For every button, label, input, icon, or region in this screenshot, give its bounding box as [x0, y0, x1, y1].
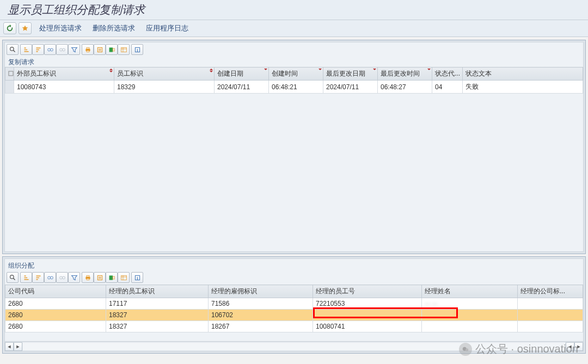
sort-asc-icon[interactable] — [20, 44, 32, 55]
col-mgr-company[interactable]: 经理的公司标... — [518, 285, 583, 298]
svg-point-1 — [10, 47, 14, 51]
row-selector-header[interactable] — [5, 67, 14, 81]
export-icon[interactable] — [94, 272, 106, 283]
svg-text:i: i — [137, 275, 138, 280]
info-icon[interactable]: i — [131, 44, 143, 55]
svg-point-5 — [59, 48, 62, 51]
refresh-button[interactable] — [3, 22, 16, 34]
filter-icon[interactable] — [68, 272, 80, 283]
cell-mgr-emp-no — [313, 310, 422, 321]
svg-point-21 — [47, 276, 50, 279]
col-last-time[interactable]: 最后更改时间 — [378, 67, 432, 81]
org-assignment-grid: 公司代码 经理的员工标识 经理的雇佣标识 经理的员工号 经理姓名 经理的公司标.… — [5, 285, 583, 341]
svg-rect-29 — [109, 275, 113, 280]
col-mgr-emp-id[interactable]: 经理的员工标识 — [106, 285, 209, 298]
svg-rect-30 — [113, 276, 114, 279]
scroll-left-end-icon[interactable]: ◄ — [566, 342, 574, 351]
svg-text:i: i — [137, 47, 138, 52]
col-status-code[interactable]: 状态代... — [432, 67, 463, 81]
copy-request-grid: 外部员工标识 员工标识 创建日期 创建时间 最后更改日期 最后更改时间 状态代.… — [5, 67, 583, 251]
svg-rect-12 — [113, 48, 114, 51]
filter-icon[interactable] — [68, 44, 80, 55]
cell-mgr-emp-id: 18327 — [106, 310, 209, 321]
lower-caption: 组织分配 — [5, 259, 583, 270]
layout-icon[interactable] — [118, 272, 130, 283]
table-row[interactable]: 2680 18327 18267 10080741 — [5, 321, 583, 332]
svg-point-24 — [62, 276, 65, 279]
cell-ext-emp-id: 10080743 — [14, 81, 114, 94]
cell-mgr-emp-id: 18327 — [106, 321, 209, 332]
svg-point-4 — [50, 48, 53, 51]
lower-header-row: 公司代码 经理的员工标识 经理的雇佣标识 经理的员工号 经理姓名 经理的公司标.… — [5, 285, 583, 298]
cell-mgr-hire-id: 71586 — [209, 298, 313, 310]
col-create-time[interactable]: 创建时间 — [269, 67, 323, 81]
print-icon[interactable] — [82, 272, 94, 283]
org-assignment-panel: 组织分配 i 公司代码 — [2, 256, 586, 354]
process-selected-menu[interactable]: 处理所选请求 — [34, 21, 87, 36]
cell-mgr-emp-no: 10080741 — [313, 321, 422, 332]
title-bar: 显示员工组织分配复制请求 — [0, 0, 588, 20]
table-row[interactable]: 2680 17117 71586 72210553 ··· ··· — [5, 298, 583, 310]
svg-rect-27 — [87, 279, 89, 280]
detail-icon[interactable] — [7, 272, 19, 283]
cell-mgr-name — [422, 310, 518, 321]
svg-rect-9 — [87, 51, 89, 52]
page-title: 显示员工组织分配复制请求 — [8, 2, 145, 17]
cell-company: 2680 — [5, 298, 106, 310]
delete-selected-menu[interactable]: 删除所选请求 — [87, 21, 140, 36]
col-status-text[interactable]: 状态文本 — [463, 67, 583, 81]
copy-request-panel: i 复制请求 外部员工标识 员工标识 创建日期 创建时间 最后更改日期 最后更改… — [2, 40, 586, 254]
scroll-track[interactable] — [23, 343, 565, 350]
col-mgr-emp-no[interactable]: 经理的员工号 — [313, 285, 422, 298]
excel-icon[interactable] — [106, 272, 118, 283]
export-icon[interactable] — [94, 44, 106, 55]
cell-mgr-company — [518, 321, 583, 332]
cell-company: 2680 — [5, 321, 106, 332]
table-row[interactable]: 2680 18327 106702 — [5, 310, 583, 321]
horizontal-scrollbar[interactable]: ◄ ► ◄ ► — [5, 341, 583, 351]
upper-toolbar: i — [5, 42, 583, 57]
col-emp-id[interactable]: 员工标识 — [114, 67, 215, 81]
cell-last-date: 2024/07/11 — [323, 81, 378, 94]
scroll-left-icon[interactable]: ◄ — [5, 342, 14, 351]
upper-caption: 复制请求 — [5, 57, 583, 67]
scroll-right-end-icon[interactable]: ► — [574, 342, 583, 351]
svg-point-23 — [59, 276, 62, 279]
find-icon[interactable] — [44, 44, 56, 55]
cell-last-time: 06:48:27 — [378, 81, 432, 94]
cell-emp-id: 18329 — [114, 81, 215, 94]
scroll-right-icon[interactable]: ► — [14, 342, 22, 351]
svg-rect-8 — [87, 47, 89, 48]
sort-desc-icon[interactable] — [32, 272, 44, 283]
svg-marker-0 — [22, 26, 28, 31]
detail-icon[interactable] — [7, 44, 19, 55]
svg-line-2 — [13, 50, 15, 52]
svg-rect-18 — [9, 71, 13, 76]
excel-icon[interactable] — [106, 44, 118, 55]
svg-point-19 — [10, 275, 14, 279]
col-mgr-name[interactable]: 经理姓名 — [422, 285, 518, 298]
col-mgr-hire-id[interactable]: 经理的雇佣标识 — [209, 285, 313, 298]
sort-asc-icon[interactable] — [20, 272, 32, 283]
find-next-icon[interactable] — [56, 44, 68, 55]
col-company[interactable]: 公司代码 — [5, 285, 106, 298]
info-icon[interactable]: i — [131, 272, 143, 283]
col-create-date[interactable]: 创建日期 — [215, 67, 269, 81]
sort-desc-icon[interactable] — [32, 44, 44, 55]
app-toolbar: 处理所选请求 删除所选请求 应用程序日志 — [0, 20, 588, 37]
row-selector[interactable] — [5, 81, 14, 94]
settings-button[interactable] — [19, 22, 32, 34]
col-ext-emp-id[interactable]: 外部员工标识 — [14, 67, 114, 81]
app-log-menu[interactable]: 应用程序日志 — [140, 21, 194, 36]
find-next-icon[interactable] — [56, 272, 68, 283]
cell-create-time: 06:48:21 — [269, 81, 323, 94]
table-row[interactable]: 10080743 18329 2024/07/11 06:48:21 2024/… — [5, 81, 583, 94]
cell-mgr-hire-id: 106702 — [209, 310, 313, 321]
print-icon[interactable] — [82, 44, 94, 55]
col-last-date[interactable]: 最后更改日期 — [323, 67, 378, 81]
cell-mgr-name: ··· ··· — [422, 298, 518, 310]
svg-point-22 — [50, 276, 53, 279]
find-icon[interactable] — [44, 272, 56, 283]
cell-company: 2680 — [5, 310, 106, 321]
layout-icon[interactable] — [118, 44, 130, 55]
